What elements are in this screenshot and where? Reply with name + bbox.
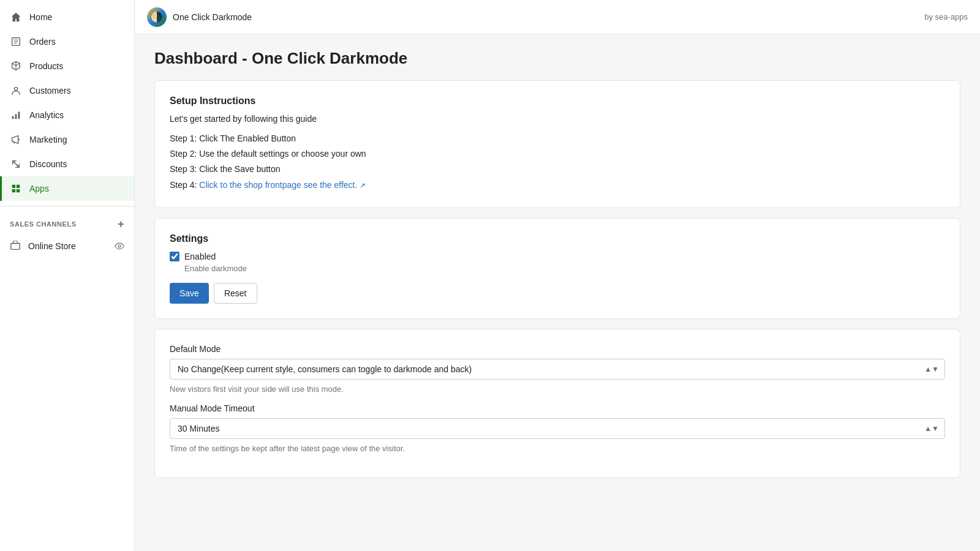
orders-icon: [10, 36, 22, 48]
setup-step-1: Step 1: Click The Enabled Button: [170, 131, 945, 146]
save-reset-row: Save Reset: [170, 283, 945, 304]
svg-rect-3: [15, 114, 17, 119]
setup-step-4: Step 4: Click to the shop frontpage see …: [170, 178, 945, 193]
topbar-app-name: One Click Darkmode: [173, 12, 252, 22]
sidebar-item-discounts[interactable]: Discounts: [0, 152, 134, 176]
app-icon: 🌗: [147, 7, 167, 27]
content-area: Dashboard - One Click Darkmode Setup Ins…: [135, 34, 980, 551]
add-sales-channel-button[interactable]: +: [118, 219, 124, 230]
svg-point-1: [14, 88, 17, 91]
enabled-label[interactable]: Enabled: [184, 252, 216, 261]
sidebar-item-analytics[interactable]: Analytics: [0, 103, 134, 127]
sidebar-item-apps[interactable]: Apps: [0, 176, 134, 201]
svg-rect-11: [11, 244, 20, 250]
enabled-hint: Enable darkmode: [184, 264, 945, 273]
sidebar-item-marketing[interactable]: Marketing: [0, 127, 134, 152]
sidebar: Home Orders Products: [0, 0, 135, 551]
timeout-select[interactable]: 30 Minutes 15 Minutes 1 Hour Never: [170, 418, 945, 439]
marketing-icon: [10, 133, 22, 146]
setup-step-2: Step 2: Use the default settings or choo…: [170, 146, 945, 162]
svg-rect-8: [17, 185, 20, 188]
default-mode-card: Default Mode No Change(Keep current styl…: [154, 329, 960, 478]
setup-intro: Let's get started by following this guid…: [170, 114, 945, 124]
enabled-section: Enabled Enable darkmode: [170, 252, 945, 273]
enabled-checkbox-row: Enabled: [170, 252, 945, 261]
topbar: 🌗 One Click Darkmode by sea-apps: [135, 0, 980, 34]
svg-rect-9: [12, 189, 15, 192]
sidebar-item-products[interactable]: Products: [0, 54, 134, 78]
sales-channels-header: SALES CHANNELS +: [0, 216, 134, 234]
default-mode-hint: New vistors first visit your side will u…: [170, 384, 945, 394]
sales-channels-label: SALES CHANNELS: [10, 220, 77, 228]
sidebar-item-apps-label: Apps: [29, 184, 49, 193]
timeout-select-wrapper: 30 Minutes 15 Minutes 1 Hour Never ▲▼: [170, 418, 945, 439]
svg-rect-2: [12, 116, 14, 119]
topbar-left: 🌗 One Click Darkmode: [147, 7, 252, 27]
setup-step-3: Step 3: Click the Save button: [170, 162, 945, 177]
external-link-icon: ↗: [360, 179, 366, 193]
timeout-hint: Time of the settings be kept after the l…: [170, 444, 945, 453]
sidebar-item-customers-label: Customers: [29, 86, 71, 96]
reset-button[interactable]: Reset: [214, 283, 257, 304]
online-store-left: Online Store: [10, 241, 76, 252]
customers-icon: [10, 84, 22, 97]
page-title: Dashboard - One Click Darkmode: [154, 49, 960, 68]
topbar-by-label: by sea-apps: [924, 12, 968, 21]
sales-channels-section: SALES CHANNELS + Online Store: [0, 206, 134, 260]
main-area: 🌗 One Click Darkmode by sea-apps Dashboa…: [135, 0, 980, 551]
sidebar-item-orders-label: Orders: [29, 37, 56, 47]
setup-card-title: Setup Instructions: [170, 96, 945, 107]
default-mode-title: Default Mode: [170, 344, 945, 354]
sidebar-item-marketing-label: Marketing: [29, 135, 67, 144]
settings-card: Settings Enabled Enable darkmode Save Re…: [154, 218, 960, 319]
settings-card-title: Settings: [170, 233, 945, 244]
setup-instructions-card: Setup Instructions Let's get started by …: [154, 80, 960, 208]
analytics-icon: [10, 109, 22, 121]
sidebar-item-products-label: Products: [29, 61, 63, 71]
sidebar-item-home[interactable]: Home: [0, 5, 134, 29]
sidebar-item-orders[interactable]: Orders: [0, 29, 134, 54]
home-icon: [10, 11, 22, 23]
sidebar-item-discounts-label: Discounts: [29, 159, 67, 169]
setup-steps: Step 1: Click The Enabled Button Step 2:…: [170, 131, 945, 193]
svg-rect-10: [17, 189, 20, 192]
svg-point-12: [118, 245, 121, 247]
discounts-icon: [10, 158, 22, 170]
sidebar-item-analytics-label: Analytics: [29, 110, 64, 120]
online-store-label: Online Store: [28, 241, 76, 251]
svg-rect-4: [18, 112, 20, 119]
default-mode-select-wrapper: No Change(Keep current style, consumers …: [170, 359, 945, 380]
apps-icon: [10, 182, 22, 195]
step-4-prefix: Step 4:: [170, 180, 197, 190]
sidebar-item-home-label: Home: [29, 12, 52, 22]
online-store-icon: [10, 241, 21, 252]
save-button[interactable]: Save: [170, 283, 209, 304]
step4-link-text: Click to the shop frontpage see the effe…: [199, 180, 357, 190]
online-store-view-button[interactable]: [115, 241, 124, 251]
sidebar-nav: Home Orders Products: [0, 0, 134, 206]
enabled-checkbox[interactable]: [170, 252, 179, 261]
shop-frontpage-link[interactable]: Click to the shop frontpage see the effe…: [199, 180, 366, 190]
svg-rect-7: [12, 185, 15, 188]
timeout-label: Manual Mode Timeout: [170, 403, 945, 413]
sidebar-item-customers[interactable]: Customers: [0, 78, 134, 103]
sidebar-item-online-store[interactable]: Online Store: [0, 234, 134, 258]
default-mode-select[interactable]: No Change(Keep current style, consumers …: [170, 359, 945, 380]
products-icon: [10, 60, 22, 72]
